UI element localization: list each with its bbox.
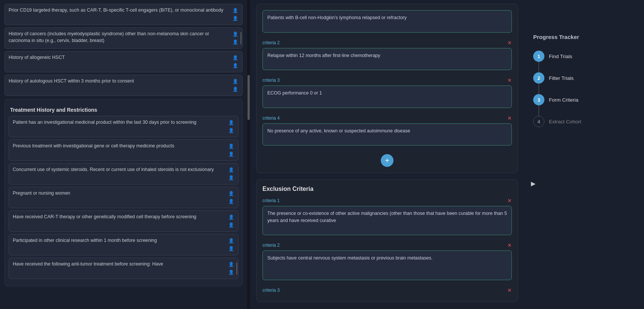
item-text: Concurrent use of systemic steroids. Rec… <box>13 166 228 173</box>
person-icon-1[interactable]: 👤 <box>232 7 239 14</box>
item-text: Participated in other clinical research … <box>13 237 228 244</box>
cursor-indicator: ▶ <box>531 180 535 187</box>
progress-tracker-title: Progress Tracker <box>533 34 579 40</box>
item-text: Pregnant or nursing women <box>13 190 228 197</box>
list-item: Previous treatment with investigational … <box>9 140 239 161</box>
person-icon-2[interactable]: 👤 <box>232 62 239 69</box>
close-button-4[interactable]: ✕ <box>507 115 512 121</box>
criteria-label-text: criteria 4 <box>262 116 280 121</box>
inclusion-criteria-2: criteria 2 ✕ Relapse within 12 months af… <box>262 40 512 76</box>
criteria-label-2: criteria 2 ✕ <box>262 40 512 46</box>
inclusion-section: Patients with B-cell non-Hodgkin's lymph… <box>256 4 518 173</box>
list-item: Have received CAR-T therapy or other gen… <box>9 210 239 232</box>
excl-close-button-2[interactable]: ✕ <box>507 242 512 248</box>
inclusion-textarea-4[interactable]: No presence of any active, known or susp… <box>262 123 512 146</box>
person-icon-2[interactable]: 👤 <box>228 269 234 276</box>
item-text: History of allogeneic HSCT <box>9 54 232 61</box>
item-text: Have received CAR-T therapy or other gen… <box>13 214 228 220</box>
excl-close-button-1[interactable]: ✕ <box>507 198 512 204</box>
exclusion-criteria-1: criteria 1 ✕ The presence or co-existenc… <box>262 198 512 241</box>
step-circle-1: 1 <box>533 51 544 62</box>
progress-step-2[interactable]: 2 Filter Trials <box>533 72 581 84</box>
person-icon-2[interactable]: 👤 <box>228 245 234 252</box>
person-icon-1[interactable]: 👤 <box>228 261 234 268</box>
person-icon-2[interactable]: 👤 <box>232 15 239 22</box>
item-icons: 👤 👤 <box>232 78 239 93</box>
item-icons: 👤 👤 <box>228 166 234 181</box>
inclusion-textarea-2[interactable]: Relapse within 12 months after first-lin… <box>262 48 512 70</box>
list-item: History of allogeneic HSCT 👤 👤 <box>4 51 243 72</box>
inclusion-criteria-4: criteria 4 ✕ No presence of any active, … <box>262 115 512 152</box>
inclusion-textarea-3[interactable]: ECOG performance 0 or 1 <box>262 86 512 108</box>
criteria-label-4: criteria 4 ✕ <box>262 115 512 121</box>
person-icon-1[interactable]: 👤 <box>232 31 239 38</box>
progress-step-3[interactable]: 3 Form Criteria <box>533 94 581 105</box>
step-label-3: Form Criteria <box>549 97 578 103</box>
list-item: Prior CD19 targeted therapy, such as CAR… <box>4 4 243 25</box>
person-icon-2[interactable]: 👤 <box>228 198 234 205</box>
item-icons: 👤 👤 <box>232 31 239 45</box>
treatment-section-header: Treatment History and Restrictions <box>9 103 239 116</box>
step-connector-2 <box>538 84 539 94</box>
right-panel: Progress Tracker 1 Find Trials 2 Filter … <box>524 0 644 309</box>
close-button-3[interactable]: ✕ <box>507 77 512 83</box>
list-item: History of cancers (includes myelodyspla… <box>4 27 243 49</box>
step-connector-3 <box>538 105 539 116</box>
list-item: Participated in other clinical research … <box>9 234 239 255</box>
top-criteria-list: Prior CD19 targeted therapy, such as CAR… <box>4 4 243 96</box>
center-panel: Patients with B-cell non-Hodgkin's lymph… <box>250 0 524 309</box>
person-icon-1[interactable]: 👤 <box>228 166 234 173</box>
person-icon-2[interactable]: 👤 <box>232 39 239 45</box>
list-item: Pregnant or nursing women 👤 👤 <box>9 187 239 208</box>
item-text: Patient has an investigational medicinal… <box>13 119 228 126</box>
item-icons: 👤 👤 <box>228 190 234 205</box>
inclusion-textarea-1[interactable]: Patients with B-cell non-Hodgkin's lymph… <box>262 10 512 33</box>
treatment-section: Treatment History and Restrictions Patie… <box>4 99 243 286</box>
progress-step-1[interactable]: 1 Find Trials <box>533 51 581 62</box>
step-label-1: Find Trials <box>549 54 572 59</box>
item-icons: 👤 👤 <box>228 143 234 158</box>
person-icon-2[interactable]: 👤 <box>228 127 234 134</box>
item-icons: 👤 👤 <box>228 214 234 228</box>
list-item: History of autologous HSCT within 3 mont… <box>4 75 243 96</box>
person-icon-2[interactable]: 👤 <box>228 174 234 181</box>
scroll-indicator <box>236 262 237 274</box>
item-text: Previous treatment with investigational … <box>13 143 228 150</box>
person-icon-1[interactable]: 👤 <box>228 237 234 244</box>
scroll-indicator <box>240 32 242 44</box>
excl-criteria-label-text: criteria 2 <box>262 243 280 248</box>
person-icon-2[interactable]: 👤 <box>232 86 239 93</box>
add-inclusion-criteria-button[interactable]: + <box>381 154 394 167</box>
list-item: Patient has an investigational medicinal… <box>9 116 239 137</box>
excl-close-button-3[interactable]: ✕ <box>507 287 512 293</box>
item-text: Prior CD19 targeted therapy, such as CAR… <box>9 7 232 14</box>
list-item: Have received the following anti-tumor t… <box>9 258 239 279</box>
exclusion-criteria-3: criteria 3 ✕ <box>262 287 512 293</box>
step-circle-2: 2 <box>533 72 544 84</box>
step-connector-1 <box>538 62 539 72</box>
exclusion-section: Exclusion Criteria criteria 1 ✕ The pres… <box>256 179 518 302</box>
close-button-2[interactable]: ✕ <box>507 40 512 46</box>
person-icon-2[interactable]: 👤 <box>228 151 234 158</box>
person-icon-1[interactable]: 👤 <box>228 119 234 126</box>
person-icon-2[interactable]: 👤 <box>228 222 234 228</box>
person-icon-1[interactable]: 👤 <box>232 78 239 85</box>
excl-criteria-label-3: criteria 3 ✕ <box>262 287 512 293</box>
item-icons: 👤 👤 <box>232 54 239 69</box>
progress-step-4[interactable]: 4 Extract Cohort <box>533 116 581 127</box>
excl-criteria-label-2: criteria 2 ✕ <box>262 242 512 248</box>
person-icon-1[interactable]: 👤 <box>232 54 239 61</box>
person-icon-1[interactable]: 👤 <box>228 214 234 220</box>
person-icon-1[interactable]: 👤 <box>228 190 234 197</box>
step-circle-3: 3 <box>533 94 544 105</box>
item-text: History of cancers (includes myelodyspla… <box>9 31 232 44</box>
step-label-2: Filter Trials <box>549 75 574 81</box>
exclusion-title: Exclusion Criteria <box>262 186 512 192</box>
excl-criteria-label-1: criteria 1 ✕ <box>262 198 512 204</box>
person-icon-1[interactable]: 👤 <box>228 143 234 150</box>
exclusion-textarea-2[interactable]: Subjects have central nervous system met… <box>262 250 512 280</box>
excl-criteria-label-text: criteria 1 <box>262 198 280 203</box>
exclusion-textarea-1[interactable]: The presence or co-existence of other ac… <box>262 206 512 235</box>
list-item: Concurrent use of systemic steroids. Rec… <box>9 163 239 184</box>
excl-criteria-label-text: criteria 3 <box>262 288 280 293</box>
